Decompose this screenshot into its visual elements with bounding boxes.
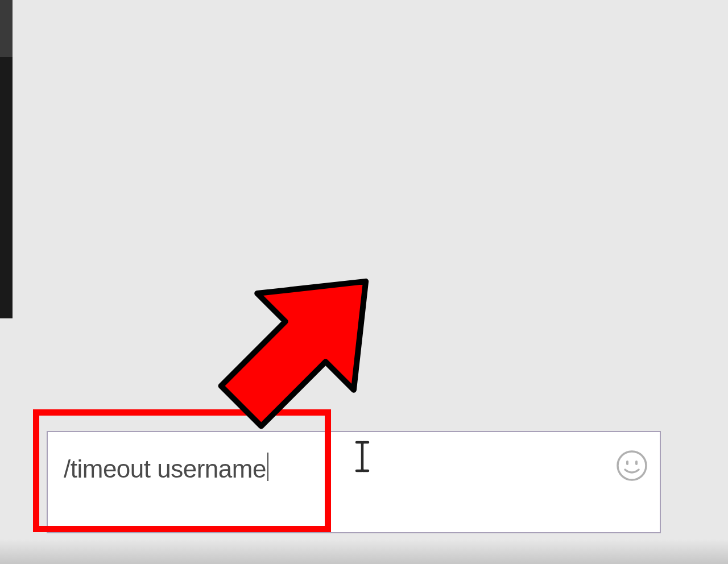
emoji-button[interactable]: [615, 449, 648, 482]
annotation-arrow-icon: [208, 249, 395, 442]
text-caret: [267, 453, 268, 481]
svg-rect-2: [635, 461, 638, 465]
ibeam-cursor-icon: [354, 440, 371, 473]
bottom-shadow: [0, 539, 728, 564]
chat-input-value: /timeout username: [64, 455, 266, 483]
svg-point-0: [618, 451, 646, 480]
emoji-icon: [615, 449, 648, 482]
svg-rect-1: [626, 461, 628, 465]
sidebar-dark-strip-top: [0, 0, 13, 57]
